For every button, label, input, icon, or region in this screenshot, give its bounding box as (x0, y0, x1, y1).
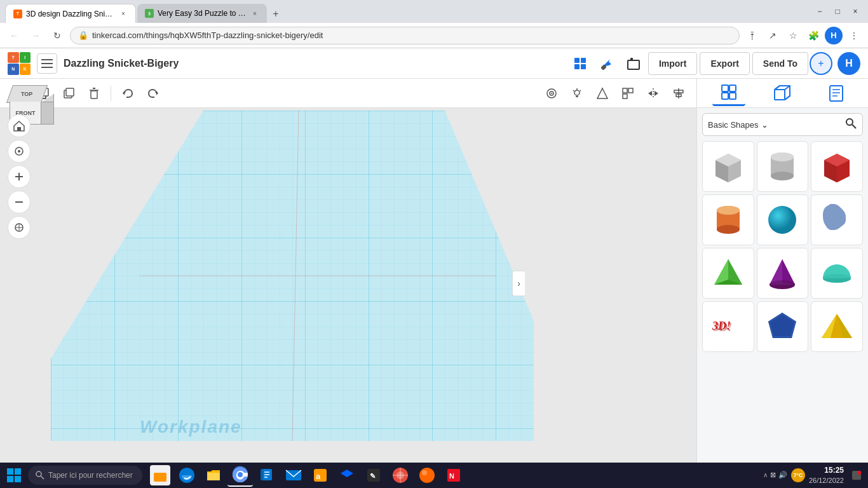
tab-2[interactable]: 3 Very Easy 3d Puzzle to Do DIY B... × (137, 4, 267, 23)
redo-button[interactable] (142, 82, 165, 105)
category-dropdown-arrow: ⌄ (761, 120, 768, 130)
taskbar-search[interactable]: Taper ici pour rechercher (28, 466, 142, 485)
mirror-button[interactable] (642, 82, 665, 105)
refresh-button[interactable]: ↻ (48, 27, 66, 44)
taskbar-app-files[interactable] (254, 464, 280, 487)
zoom-in-button[interactable] (8, 165, 31, 188)
taskbar-app-dropbox[interactable] (334, 464, 360, 487)
svg-point-130 (422, 470, 427, 475)
home-button[interactable] (8, 114, 31, 137)
shape-item-sphere-teal[interactable] (757, 194, 809, 245)
taskbar-app-mail[interactable] (281, 464, 306, 487)
import-button[interactable]: Import (648, 52, 698, 75)
svg-rect-106 (7, 476, 13, 482)
settings-menu[interactable]: ⋮ (845, 27, 863, 44)
search-button[interactable] (844, 117, 857, 132)
taskbar-app-edge[interactable] (174, 464, 200, 487)
save-page-icon[interactable]: ⭱ (743, 27, 761, 44)
3d-view-tab[interactable] (766, 81, 799, 106)
tools-button[interactable] (593, 50, 620, 77)
grid-view-icon (720, 83, 738, 101)
forward-button[interactable]: → (27, 27, 44, 44)
notes-tab[interactable] (820, 81, 853, 106)
share-icon[interactable]: ↗ (764, 27, 782, 44)
rotate-button[interactable] (8, 140, 31, 163)
maximize-button[interactable]: □ (830, 4, 845, 19)
notification-button[interactable] (848, 466, 865, 484)
light-button[interactable] (566, 82, 588, 105)
menu-button[interactable] (37, 53, 57, 74)
duplicate-button[interactable] (57, 82, 80, 105)
shape-tool-button[interactable] (591, 82, 614, 105)
tab-2-label: Very Easy 3d Puzzle to Do DIY B... (158, 9, 247, 18)
taskbar-app-9[interactable] (414, 464, 440, 487)
undo-button[interactable] (116, 82, 139, 105)
shape-item-half-sphere-teal[interactable] (811, 248, 863, 299)
taskbar-app-folder[interactable] (201, 464, 226, 487)
camera-button[interactable] (540, 82, 563, 105)
new-tab-button[interactable]: + (267, 5, 285, 23)
svg-marker-122 (341, 470, 353, 481)
svg-line-61 (785, 96, 790, 100)
taskbar-app-browser[interactable] (388, 464, 413, 487)
taskbar-app-1[interactable] (147, 464, 173, 487)
tab-2-close[interactable]: × (250, 9, 259, 18)
extension-icon[interactable]: 🧩 (804, 27, 822, 44)
taskbar-search-icon (36, 471, 44, 480)
bookmark-icon[interactable]: ☆ (784, 27, 802, 44)
svg-rect-55 (729, 85, 736, 92)
profile-menu[interactable]: H (825, 27, 843, 44)
user-avatar[interactable]: H (837, 52, 860, 75)
url-bar[interactable]: 🔒 tinkercad.com/things/hqbXW5fthTp-dazzl… (70, 27, 740, 44)
zoom-out-button[interactable] (8, 191, 31, 214)
svg-point-129 (419, 468, 435, 483)
group-button[interactable] (616, 82, 639, 105)
right-panel-header (697, 79, 868, 108)
clock-date: 26/12/2022 (809, 476, 844, 485)
panel-collapse-button[interactable]: › (512, 271, 525, 296)
shapes-button[interactable] (620, 50, 647, 77)
shape-item-text3d-red[interactable]: 3D! 3D! (702, 301, 754, 352)
shape-item-box-red[interactable] (811, 141, 863, 192)
shape-item-cylinder-orange[interactable] (702, 194, 754, 245)
grid-view-tab[interactable] (712, 81, 745, 106)
arrow-blue-icon (763, 308, 801, 346)
temperature-text: 7°C (793, 472, 803, 478)
category-dropdown[interactable]: Basic Shapes ⌄ (708, 120, 771, 130)
delete-button[interactable] (83, 82, 105, 105)
shape-item-box-grey[interactable] (702, 141, 754, 192)
fit-view-button[interactable] (8, 216, 31, 239)
send-to-button[interactable]: Send To (752, 52, 808, 75)
box-grey-icon (709, 147, 747, 186)
svg-text:✎: ✎ (370, 472, 376, 480)
align-button[interactable] (667, 82, 690, 105)
shape-item-pyramid-green[interactable] (702, 248, 754, 299)
svg-point-113 (238, 472, 243, 477)
export-button[interactable]: Export (700, 52, 749, 75)
tab-1-close[interactable]: × (119, 10, 128, 18)
taskbar-app-7[interactable]: ✎ (361, 464, 386, 487)
search-bar[interactable]: Basic Shapes ⌄ (702, 113, 863, 136)
shape-item-cone-purple[interactable] (757, 248, 809, 299)
view-cube-top: TOP (21, 91, 32, 97)
back-button[interactable]: ← (5, 27, 23, 44)
taskbar-app-amazon[interactable]: a (308, 464, 333, 487)
up-arrow-icon[interactable]: ∧ (763, 471, 768, 478)
shape-item-cylinder-grey[interactable] (757, 141, 809, 192)
svg-marker-18 (123, 91, 125, 95)
tab-1[interactable]: T 3D design Dazzling Snicket-Bige... × (5, 4, 136, 23)
shape-item-pyramid-yellow[interactable] (811, 301, 863, 352)
start-button[interactable] (3, 464, 25, 487)
close-button[interactable]: × (848, 4, 863, 19)
taskbar-app-chrome[interactable] (227, 464, 253, 487)
svg-line-109 (41, 476, 44, 479)
shape-item-arrow-blue[interactable] (757, 301, 809, 352)
mail-icon (285, 466, 302, 484)
minimize-button[interactable]: − (812, 4, 827, 19)
add-user-button[interactable]: + (810, 52, 832, 75)
shape-item-lightning-blue[interactable] (811, 194, 863, 245)
grid-view-button[interactable] (567, 50, 593, 77)
box-red-icon (818, 147, 856, 186)
svg-rect-105 (15, 468, 21, 475)
taskbar-app-10[interactable]: N (441, 464, 466, 487)
